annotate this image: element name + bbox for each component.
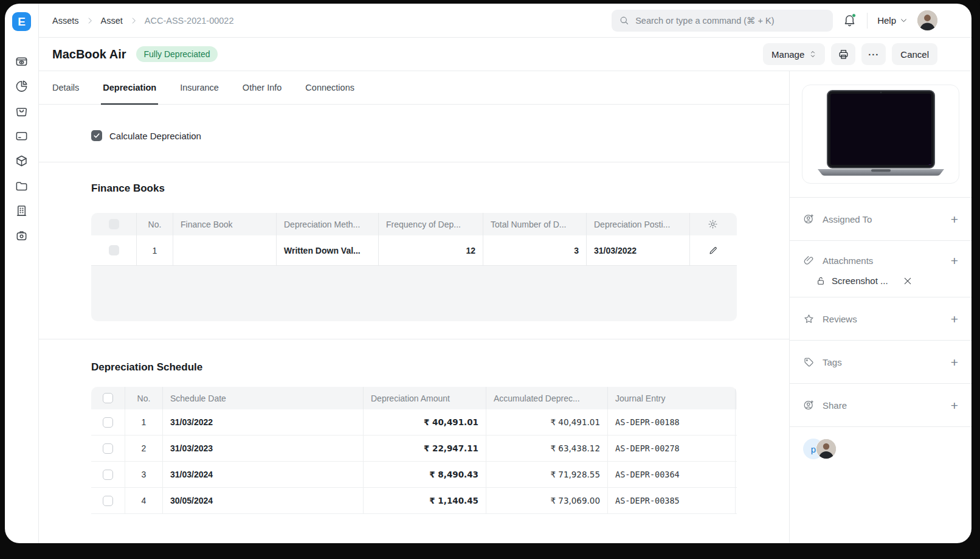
cancel-label: Cancel [900,49,929,60]
schedule-row[interactable]: 4 30/05/2024 ₹ 1,140.45 ₹ 73,069.00 AS-D… [91,488,737,514]
cancel-button[interactable]: Cancel [892,43,937,65]
attachment-name[interactable]: Screenshot ... [832,276,888,286]
paperclip-icon [803,255,815,266]
left-sidebar: E [5,4,39,543]
breadcrumb-assets[interactable]: Assets [52,16,79,26]
finance-books-row[interactable]: 1 Written Down Val... 12 3 31/03/2022 [91,235,737,266]
page-title: MacBook Air [52,47,126,61]
gear-icon[interactable] [708,219,718,229]
credit-card-icon[interactable] [14,128,30,144]
fb-method[interactable]: Written Down Val... [277,235,379,265]
search-input[interactable] [635,16,826,26]
asset-image[interactable] [802,85,959,184]
main-shell: Assets Asset ACC-ASS-2021-00022 [39,4,971,543]
add-review-button[interactable]: + [951,313,958,325]
fb-frequency[interactable]: 12 [379,235,483,265]
user-avatar[interactable] [917,10,937,30]
grid-settings-cell [690,213,736,235]
row-checkbox[interactable] [103,470,113,480]
building-icon[interactable] [14,203,30,218]
breadcrumb-asset[interactable]: Asset [101,16,123,26]
more-options-button[interactable]: ··· [861,43,886,65]
schedule-row[interactable]: 3 31/03/2024 ₹ 8,490.43 ₹ 71,928.55 AS-D… [91,462,737,488]
money-icon[interactable] [14,53,30,69]
shared-with-avatars: p [790,427,971,471]
reviews-label: Reviews [823,314,857,324]
row-edit-cell [690,235,736,265]
tab-other-info[interactable]: Other Info [243,71,281,104]
col-finance-book: Finance Book [173,213,277,235]
app-logo[interactable]: E [12,12,31,31]
schedule-row[interactable]: 2 31/03/2023 ₹ 22,947.11 ₹ 63,438.12 AS-… [91,436,737,462]
row-checkbox[interactable] [103,417,113,428]
reviews-section: Reviews + [790,297,971,341]
schedule-header-row: No. Schedule Date Depreciation Amount Ac… [91,387,737,409]
unlock-icon [816,276,826,286]
remove-attachment-button[interactable] [903,276,913,286]
breadcrumb-current: ACC-ASS-2021-00022 [145,16,234,26]
add-attachment-button[interactable]: + [951,254,958,267]
add-tag-button[interactable]: + [951,356,958,369]
calculate-depreciation-checkbox[interactable] [91,130,102,141]
tab-depreciation[interactable]: Depreciation [103,71,156,104]
add-assignment-button[interactable]: + [951,213,958,226]
add-share-button[interactable]: + [951,399,958,412]
depreciation-schedule-heading: Depreciation Schedule [91,361,737,373]
ds-date: 31/03/2024 [163,462,364,487]
finance-books-header-row: No. Finance Book Depreciation Meth... Fr… [91,213,737,235]
fb-total-number[interactable]: 3 [483,235,587,265]
search-icon [619,15,629,26]
tab-details[interactable]: Details [52,71,79,104]
fb-posting-date[interactable]: 31/03/2022 [587,235,690,265]
print-button[interactable] [831,43,855,65]
select-all-checkbox[interactable] [103,393,113,403]
pie-chart-icon[interactable] [14,78,30,94]
share-user-plus-icon [803,400,815,411]
row-checkbox[interactable] [103,496,113,506]
macbook-image [812,88,950,181]
row-checkbox[interactable] [103,443,113,454]
folder-icon[interactable] [14,178,30,193]
breadcrumb: Assets Asset ACC-ASS-2021-00022 [52,16,233,26]
tab-connections[interactable]: Connections [305,71,354,104]
avatar-photo[interactable] [816,439,837,459]
ds-journal-link[interactable]: AS-DEPR-00278 [608,436,736,461]
camera-icon[interactable] [14,227,30,243]
attachment-row[interactable]: Screenshot ... [790,276,971,286]
ds-journal-link[interactable]: AS-DEPR-00188 [608,409,736,435]
tab-insurance[interactable]: Insurance [180,71,219,104]
divider [867,13,868,29]
edit-pencil-icon[interactable] [708,246,718,255]
assigned-to-label: Assigned To [823,214,872,224]
ds-journal-link[interactable]: AS-DEPR-00385 [608,488,736,513]
tags-label: Tags [823,357,842,367]
notification-dot [852,13,856,18]
fb-finance-book[interactable] [173,235,277,265]
top-navbar: Assets Asset ACC-ASS-2021-00022 [39,4,971,38]
row-checkbox[interactable] [109,245,119,255]
col-frequency: Frequency of Dep... [379,213,483,235]
ds-amount: ₹ 40,491.01 [364,409,486,435]
calculate-depreciation-section: Calculate Depreciation [39,105,789,162]
user-plus-icon [803,214,815,225]
select-all-checkbox[interactable] [109,219,119,229]
ds-date: 31/03/2022 [163,409,364,435]
schedule-row[interactable]: 1 31/03/2022 ₹ 40,491.01 ₹ 40,491.01 AS-… [91,409,737,436]
search-bar[interactable] [612,10,833,32]
window-frame: E Assets [0,0,980,559]
notifications-bell-icon[interactable] [843,13,857,28]
calculate-depreciation-label: Calculate Depreciation [109,131,201,141]
ds-accumulated: ₹ 71,928.55 [486,462,608,487]
help-menu[interactable]: Help [877,15,908,26]
ds-journal-link[interactable]: AS-DEPR-00364 [608,462,736,487]
ds-accumulated: ₹ 63,438.12 [486,436,608,461]
shopping-bag-icon[interactable] [14,103,30,119]
ds-amount: ₹ 8,490.43 [364,462,486,487]
finance-books-heading: Finance Books [91,182,737,195]
tags-section: Tags + [790,341,971,384]
package-icon[interactable] [14,153,30,168]
ds-date: 31/03/2023 [163,436,364,461]
assigned-to-section: Assigned To + [790,198,971,241]
ds-no: 2 [125,436,163,461]
manage-button[interactable]: Manage [763,43,825,65]
